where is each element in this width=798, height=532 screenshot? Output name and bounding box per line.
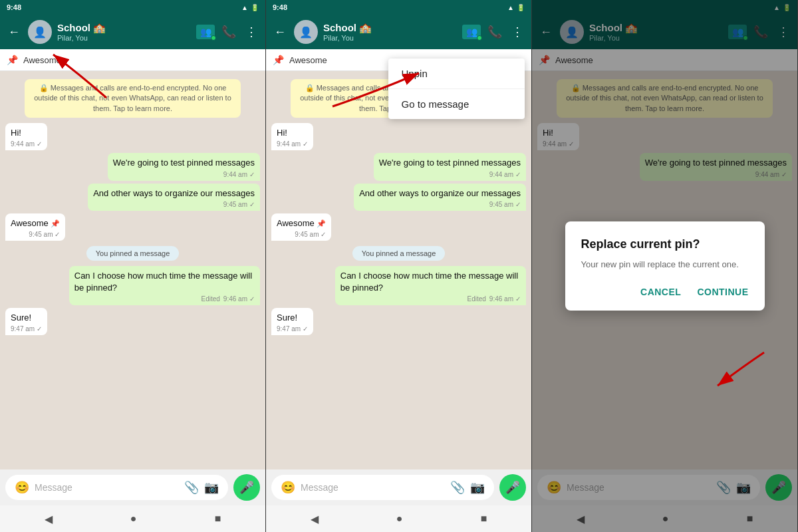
mic-button-1[interactable]: 🎤	[233, 474, 260, 501]
input-box-2[interactable]: 😊 Message 📎 📷	[271, 475, 494, 500]
dialog-continue-btn[interactable]: Continue	[697, 284, 748, 300]
camera-icon-1[interactable]: 📷	[204, 480, 219, 495]
msg-text: And other ways to organize our messages	[359, 188, 521, 200]
msg-text: Sure!	[277, 312, 308, 324]
msg-time: 9:44 am	[277, 140, 301, 148]
msg-edited: Edited	[467, 295, 486, 303]
msg-check: ✓	[303, 325, 308, 332]
avatar-2: 👤	[294, 20, 318, 44]
nav-home-2[interactable]: ●	[396, 513, 403, 525]
input-placeholder-1: Message	[35, 482, 179, 493]
context-unpin[interactable]: Unpin	[388, 59, 525, 89]
chat-subtitle-1: Pilar, You	[57, 34, 191, 42]
msg-meta: 9:45 am ✓	[93, 201, 255, 208]
pinned-bar-1[interactable]: 📌 Awesome	[0, 49, 265, 71]
msg-check: ✓	[515, 171, 521, 178]
emoji-icon-1[interactable]: 😊	[15, 480, 29, 495]
status-time-2: 9:48	[273, 3, 287, 11]
msg-check: ✓	[303, 140, 308, 148]
msg-text: And other ways to organize our messages	[93, 188, 255, 200]
nav-recents-2[interactable]: ■	[481, 513, 487, 525]
red-arrow-3	[698, 339, 777, 392]
msg-check: ✓	[37, 325, 42, 332]
context-menu-2: Unpin Go to message	[388, 59, 525, 119]
phone-panel-1: 9:48 ▲ 🔋 ← 👤 School 🏫 Pilar, You 👥 📞 ⋮ 📌…	[0, 0, 266, 532]
attach-icon-2[interactable]: 📎	[450, 480, 465, 495]
msg-text: Awesome 📌	[277, 217, 326, 229]
msg-time: 9:45 am	[223, 201, 247, 208]
msg-time: 9:45 am	[295, 231, 319, 238]
msg-meta: 9:47 am ✓	[277, 325, 308, 332]
nav-recents-1[interactable]: ■	[215, 513, 221, 525]
msg-awesome-2: Awesome 📌 9:45 am ✓	[271, 213, 331, 241]
battery-icon-2: 🔋	[517, 4, 525, 11]
msg-check: ✓	[321, 231, 326, 238]
group-icon-2[interactable]: 👥	[462, 25, 481, 39]
chat-title-1: School 🏫	[57, 22, 191, 34]
group-icon-1[interactable]: 👥	[196, 25, 215, 39]
wifi-icon-2: ▲	[507, 4, 514, 11]
chat-subtitle-2: Pilar, You	[323, 34, 457, 42]
msg-time: 9:46 am	[223, 295, 247, 303]
call-icon-2[interactable]: 📞	[485, 22, 505, 42]
emoji-icon-2[interactable]: 😊	[281, 480, 295, 495]
call-icon-1[interactable]: 📞	[219, 22, 239, 42]
chat-body-2: 🔒 Messages and calls are end-to-end encr…	[266, 71, 531, 469]
msg-choose-1: Can I choose how much time the message w…	[69, 266, 260, 305]
replace-pin-dialog: Replace current pin? Your new pin will r…	[565, 221, 765, 311]
phone-panel-3: ▲ 🔋 ← 👤 School 🏫 Pilar, You 👥 📞 ⋮ 📌 Awes…	[532, 0, 798, 532]
back-button-2[interactable]: ←	[271, 23, 289, 42]
more-icon-1[interactable]: ⋮	[243, 22, 260, 42]
msg-edited: Edited	[201, 295, 220, 303]
back-button-1[interactable]: ←	[5, 23, 23, 42]
dialog-title-3: Replace current pin?	[581, 237, 749, 251]
wifi-icon: ▲	[241, 4, 248, 11]
msg-time: 9:46 am	[489, 295, 513, 303]
msg-time: 9:44 am	[223, 171, 247, 178]
input-box-1[interactable]: 😊 Message 📎 📷	[5, 475, 228, 500]
msg-time: 9:45 am	[29, 231, 53, 238]
msg-meta: 9:45 am ✓	[359, 201, 521, 208]
context-go-to-message[interactable]: Go to message	[388, 89, 525, 119]
chat-input-bar-2: 😊 Message 📎 📷 🎤	[266, 469, 531, 505]
msg-pinned-1: We're going to test pinned messages 9:44…	[108, 153, 260, 180]
status-bar-2: 9:48 ▲ 🔋	[266, 0, 531, 15]
header-info-2: School 🏫 Pilar, You	[323, 22, 457, 42]
msg-text: We're going to test pinned messages	[379, 157, 521, 169]
msg-choose-2: Can I choose how much time the message w…	[335, 266, 526, 305]
more-icon-2[interactable]: ⋮	[509, 22, 526, 42]
msg-organize-1: And other ways to organize our messages …	[88, 184, 260, 211]
msg-meta: 9:44 am ✓	[11, 140, 42, 148]
msg-time: 9:44 am	[489, 171, 513, 178]
msg-pinned-2: We're going to test pinned messages 9:44…	[374, 153, 526, 180]
nav-back-1[interactable]: ◀	[45, 513, 53, 525]
msg-time: 9:47 am	[277, 325, 301, 332]
msg-check: ✓	[37, 140, 42, 148]
status-bar-1: 9:48 ▲ 🔋	[0, 0, 265, 15]
msg-check: ✓	[249, 201, 255, 208]
msg-check: ✓	[249, 171, 255, 178]
nav-bar-1: ◀ ● ■	[0, 505, 265, 532]
msg-hi-1: Hi! 9:44 am ✓	[5, 123, 47, 150]
msg-check: ✓	[249, 295, 255, 303]
pin-icon-2: 📌	[273, 55, 284, 65]
msg-check: ✓	[515, 201, 521, 208]
header-info-1: School 🏫 Pilar, You	[57, 22, 191, 42]
camera-icon-2[interactable]: 📷	[470, 480, 485, 495]
nav-back-2[interactable]: ◀	[311, 513, 319, 525]
pinned-text-2: Awesome	[289, 55, 327, 65]
msg-meta: 9:44 am ✓	[113, 171, 255, 178]
msg-text: Awesome 📌	[11, 217, 60, 229]
msg-meta: Edited 9:46 am ✓	[74, 295, 255, 303]
dialog-cancel-btn[interactable]: Cancel	[640, 284, 681, 300]
msg-meta: Edited 9:46 am ✓	[340, 295, 521, 303]
msg-text: Hi!	[277, 127, 308, 139]
header-actions-1: 👥 📞 ⋮	[196, 22, 260, 42]
msg-text: Hi!	[11, 127, 42, 139]
nav-home-1[interactable]: ●	[130, 513, 137, 525]
msg-hi-2: Hi! 9:44 am ✓	[271, 123, 313, 150]
attach-icon-1[interactable]: 📎	[184, 480, 199, 495]
chat-title-2: School 🏫	[323, 22, 457, 34]
mic-button-2[interactable]: 🎤	[499, 474, 526, 501]
header-actions-2: 👥 📞 ⋮	[462, 22, 526, 42]
